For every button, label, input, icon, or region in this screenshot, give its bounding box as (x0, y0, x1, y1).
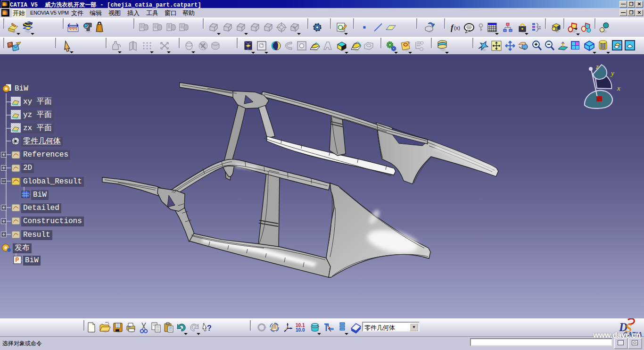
svg-text:10.0: 10.0 (296, 327, 305, 333)
svg-text:z: z (595, 63, 599, 70)
svg-text:y: y (610, 69, 614, 77)
svg-text:?: ? (207, 324, 212, 332)
svg-text:x: x (617, 84, 620, 92)
svg-text:(x): (x) (454, 25, 460, 31)
